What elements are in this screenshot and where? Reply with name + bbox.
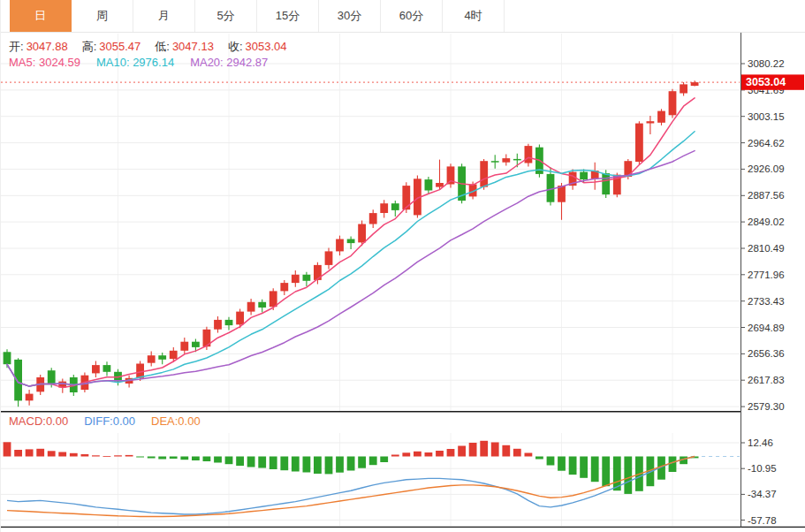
macd-bar — [158, 457, 166, 460]
current-price-badge: 3053.04 — [741, 74, 804, 89]
tab-5min[interactable]: 5分 — [195, 0, 257, 32]
macd-bar — [602, 457, 610, 487]
macd-bar — [391, 455, 399, 457]
macd-bar — [558, 457, 566, 471]
macd-bar — [369, 457, 377, 466]
candle-body — [280, 283, 288, 291]
price-tick-label: 2656.36 — [748, 348, 785, 359]
candle-body — [657, 111, 665, 123]
candle-body — [436, 183, 444, 187]
tab-month[interactable]: 月 — [133, 0, 195, 32]
candle-body — [402, 186, 410, 209]
kline-chart-app: 3080.223041.693003.152964.622926.092887.… — [0, 0, 805, 532]
macd-tick-label: 12.46 — [748, 437, 773, 448]
macd-bar — [347, 457, 355, 471]
candle-body — [680, 84, 687, 93]
macd-bar — [624, 457, 632, 494]
candle-body — [225, 320, 233, 325]
candle-body — [214, 320, 222, 330]
price-tick-label: 2579.30 — [748, 401, 785, 412]
candle-body — [4, 352, 11, 364]
macd-bar — [26, 449, 34, 456]
close-value: 3053.04 — [246, 40, 287, 53]
candle-body — [270, 291, 277, 307]
macd-bar — [180, 457, 188, 460]
macd-bar — [535, 457, 543, 460]
candle-body — [513, 159, 521, 161]
macd-bar — [192, 457, 200, 461]
tab-4hour[interactable]: 4时 — [443, 0, 505, 32]
macd-bar — [58, 452, 66, 457]
candle-body — [48, 370, 56, 384]
macd-bar — [247, 457, 255, 467]
macd-bar — [236, 457, 244, 467]
macd-bar — [258, 457, 266, 468]
candle-body — [358, 224, 366, 243]
candle-body — [258, 302, 266, 308]
candle-body — [170, 351, 178, 359]
macd-bar — [314, 457, 322, 475]
candle-body — [635, 124, 643, 162]
vertical-gridlines — [118, 34, 673, 526]
macd-bar — [358, 457, 366, 468]
candle-body — [502, 158, 510, 163]
macd-bar — [114, 455, 122, 456]
macd-legend-2: DEA:0.00 — [151, 414, 201, 428]
ma10-line — [7, 132, 695, 386]
macd-bar — [280, 457, 288, 471]
candle-body — [369, 213, 377, 224]
macd-bar — [81, 454, 89, 457]
price-tick-label: 3080.22 — [748, 58, 785, 69]
ohlc-info-row: 开:3047.88高:3055.47低:3047.13收:3053.04 — [9, 39, 301, 55]
macd-bar — [136, 457, 144, 458]
tab-15min[interactable]: 15分 — [257, 0, 319, 32]
macd-bar — [4, 442, 11, 456]
candle-body — [336, 239, 344, 252]
candle-body — [691, 82, 699, 86]
macd-bar — [148, 457, 156, 459]
price-tick-label: 2887.56 — [748, 190, 785, 201]
macd-bar — [380, 457, 388, 463]
macd-bar — [92, 455, 100, 456]
candle-body — [236, 312, 244, 325]
tab-week[interactable]: 周 — [72, 0, 133, 32]
macd-bar — [469, 443, 477, 457]
macd-bar — [436, 451, 444, 457]
ma-legend-0: MA5: 3024.59 — [9, 56, 80, 69]
candle-body — [180, 342, 188, 351]
macd-histogram — [4, 441, 699, 494]
macd-bar — [36, 449, 44, 457]
chart-canvas[interactable]: 3080.223041.693003.152964.622926.092887.… — [1, 0, 805, 532]
tab-day[interactable]: 日 — [10, 0, 72, 32]
macd-bar — [547, 457, 555, 466]
price-tick-label: 2849.02 — [748, 217, 785, 227]
ma-legend-2: MA20: 2942.87 — [190, 56, 268, 69]
timeframe-tabbar: 日周月5分15分30分60分4时 — [1, 0, 805, 33]
candle-body — [425, 179, 433, 190]
price-tick-label: 2771.96 — [748, 270, 785, 280]
price-axis-labels: 3080.223041.693003.152964.622926.092887.… — [741, 58, 785, 412]
macd-bar — [513, 449, 521, 457]
tab-30min[interactable]: 30分 — [319, 0, 381, 32]
macd-bar — [425, 452, 433, 457]
ma-legend-1: MA10: 2976.14 — [96, 56, 174, 69]
candle-body — [92, 365, 100, 373]
candle-body — [480, 161, 488, 186]
macd-bar — [458, 446, 466, 457]
macd-bar — [225, 457, 233, 465]
tabbar-filler — [505, 0, 805, 32]
price-tick-label: 2926.09 — [748, 163, 785, 174]
high-label: 高: — [82, 40, 97, 53]
tab-60min[interactable]: 60分 — [381, 0, 443, 32]
open-label: 开: — [9, 40, 24, 53]
macd-bar — [402, 452, 410, 456]
price-tick-label: 2964.62 — [748, 138, 785, 148]
candle-body — [380, 203, 388, 213]
candle-body — [303, 275, 311, 281]
macd-bar — [591, 457, 599, 483]
macd-bar — [336, 457, 344, 473]
candles — [4, 80, 699, 407]
macd-bar — [580, 457, 588, 478]
candle-body — [148, 355, 156, 363]
macd-tick-label: -34.37 — [748, 489, 777, 499]
